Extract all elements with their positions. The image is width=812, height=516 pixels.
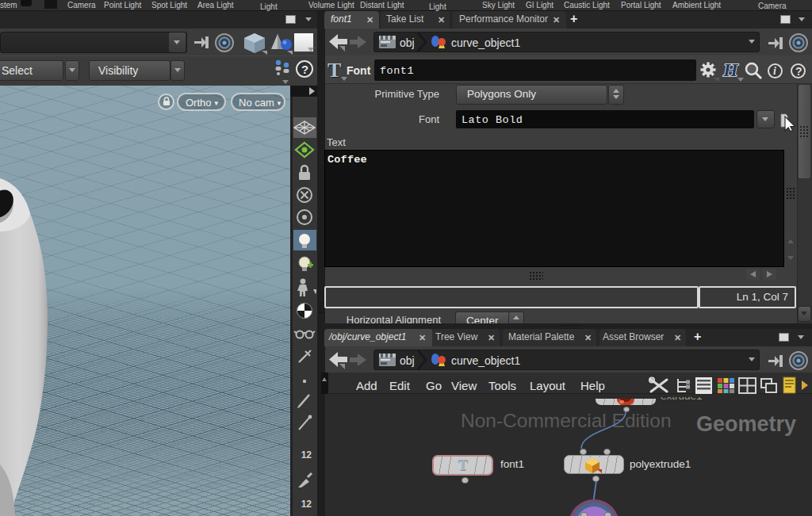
svg-text:H: H	[722, 60, 739, 80]
